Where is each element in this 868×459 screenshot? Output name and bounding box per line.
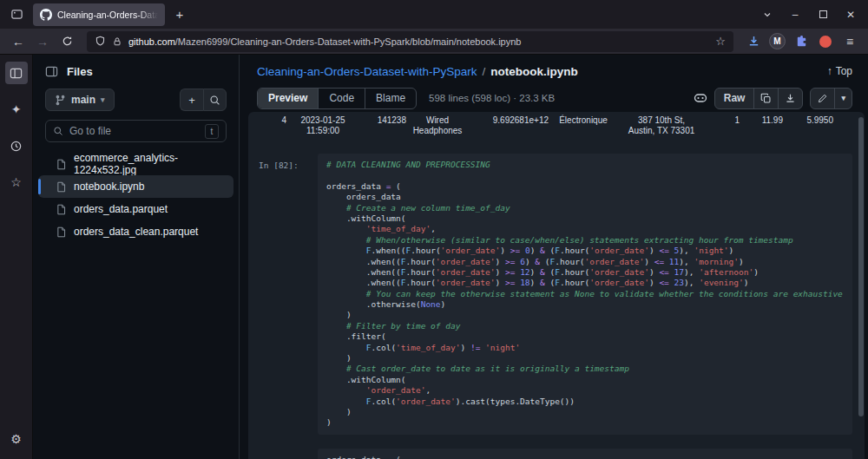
maximize-button[interactable]	[809, 2, 837, 28]
files-heading: Files	[67, 65, 93, 78]
copilot-icon[interactable]	[694, 91, 707, 105]
table-cell: Wired Headphones	[406, 115, 469, 136]
browser-window: Cleaning-an-Orders-Dataset-wi + – ✕ ← → …	[0, 0, 868, 459]
cell-prompt: In [82]:	[248, 154, 318, 435]
tab-code[interactable]: Code	[318, 89, 365, 108]
table-cell: 141238	[359, 115, 406, 136]
file-name: orders_data.parquet	[74, 203, 168, 215]
back-to-top-link[interactable]: ↑ Top	[827, 65, 852, 77]
history-clock-icon[interactable]	[5, 134, 28, 157]
ai-chat-sparkle-icon[interactable]: ✦	[5, 98, 28, 121]
table-cell: 9.692681e+12	[469, 115, 549, 136]
list-tabs-chevron-icon[interactable]	[753, 2, 781, 28]
file-toolbar: PreviewCodeBlame 598 lines (598 loc) · 2…	[240, 82, 868, 110]
file-item[interactable]: notebook.ipynb	[38, 175, 233, 198]
new-tab-button[interactable]: +	[168, 3, 191, 26]
raw-button[interactable]: Raw	[715, 89, 754, 108]
breadcrumb-repo-link[interactable]: Cleaning-an-Orders-Dataset-with-PySpark	[257, 65, 477, 78]
file-icon	[56, 181, 67, 193]
files-sidebar: Files main ▾ +	[33, 55, 240, 459]
close-button[interactable]: ✕	[837, 2, 865, 28]
add-file-button[interactable]: +	[180, 89, 203, 111]
breadcrumb-file-name: notebook.ipynb	[490, 65, 578, 78]
next-cell-prompt	[248, 449, 318, 459]
file-view: Cleaning-an-Orders-Dataset-with-PySpark …	[240, 55, 868, 459]
firefox-view-icon[interactable]	[7, 5, 26, 24]
reload-button[interactable]	[56, 31, 78, 52]
extension-puzzle-icon[interactable]	[790, 31, 812, 52]
back-button[interactable]: ←	[7, 31, 30, 52]
table-cell: 5.9950	[783, 115, 833, 136]
go-to-file-input[interactable]: Go to file t	[45, 120, 227, 142]
edit-dropdown-caret-icon[interactable]: ▾	[834, 89, 852, 108]
browser-tab[interactable]: Cleaning-an-Orders-Dataset-wi	[33, 3, 165, 26]
edit-pencil-icon[interactable]	[811, 89, 834, 108]
sidebar-toggle-icon[interactable]	[5, 62, 28, 84]
download-raw-icon[interactable]	[778, 89, 802, 108]
bookmarks-star-icon[interactable]: ☆	[5, 171, 28, 193]
notebook-preview: 42023-01-25 11:59:00141238Wired Headphon…	[248, 112, 865, 459]
forward-button[interactable]: →	[31, 31, 54, 52]
url-bar[interactable]: github.com/Mazen6999/Cleaning-an-Orders-…	[87, 31, 733, 52]
file-item[interactable]: orders_data.parquet	[38, 198, 233, 220]
file-name: notebook.ipynb	[74, 180, 144, 193]
chevron-down-icon: ▾	[101, 95, 105, 104]
file-item[interactable]: orders_data_clean.parquet	[38, 220, 233, 243]
breadcrumb: Cleaning-an-Orders-Dataset-with-PySpark …	[240, 55, 868, 82]
tab-preview[interactable]: Preview	[258, 89, 318, 108]
file-icon	[56, 204, 67, 215]
keyboard-shortcut-badge: t	[205, 124, 219, 139]
downloads-icon[interactable]	[742, 31, 765, 52]
content-area: ✦ ☆ ⚙ Files	[0, 55, 868, 459]
file-list: ecommerce_analytics-1224x532.jpgnotebook…	[33, 153, 239, 243]
file-item[interactable]: ecommerce_analytics-1224x532.jpg	[38, 153, 233, 175]
url-text: github.com/Mazen6999/Cleaning-an-Orders-…	[128, 36, 709, 47]
table-cell: 1	[705, 115, 740, 136]
file-name: orders_data_clean.parquet	[74, 226, 198, 238]
code-cell-source[interactable]: # DATA CLEANING AND PREPROCESSING orders…	[318, 154, 852, 435]
go-to-file-placeholder: Go to file	[69, 125, 199, 137]
file-icon	[56, 226, 67, 238]
table-cell: 11.99	[740, 115, 783, 136]
github-favicon-icon	[40, 9, 52, 21]
collapse-panel-icon[interactable]	[45, 65, 58, 78]
extension-red-icon[interactable]	[819, 36, 832, 48]
firefox-sidebar-strip: ✦ ☆ ⚙	[0, 55, 33, 459]
table-cell: 4	[266, 115, 286, 136]
dataframe-row: 42023-01-25 11:59:00141238Wired Headphon…	[248, 112, 865, 141]
navigation-toolbar: ← → github.com/Mazen6999/Cleaning-an-Ord…	[0, 29, 868, 55]
lock-icon[interactable]	[112, 36, 122, 47]
table-cell: Électronique	[549, 115, 618, 136]
search-files-button[interactable]	[203, 89, 227, 111]
settings-gear-icon[interactable]: ⚙	[5, 428, 28, 450]
account-avatar[interactable]: M	[769, 33, 786, 49]
table-cell: 387 10th St, Austin, TX 73301	[618, 115, 705, 136]
file-meta: 598 lines (598 loc) · 23.3 KB	[429, 93, 555, 103]
arrow-up-icon: ↑	[827, 65, 832, 77]
table-cell: 2023-01-25 11:59:00	[286, 115, 359, 136]
minimize-button[interactable]: –	[781, 2, 809, 28]
copy-icon[interactable]	[753, 89, 778, 108]
file-name: ecommerce_analytics-1224x532.jpg	[74, 152, 233, 176]
notebook-scrollbar[interactable]	[858, 117, 864, 416]
shield-icon[interactable]	[95, 36, 106, 47]
branch-selector[interactable]: main ▾	[45, 89, 115, 111]
titlebar: Cleaning-an-Orders-Dataset-wi + – ✕	[0, 0, 868, 29]
search-icon	[53, 126, 63, 136]
view-tabs: PreviewCodeBlame	[257, 88, 417, 109]
next-cell-source[interactable]: orders_data = (	[318, 449, 852, 459]
breadcrumb-separator: /	[477, 65, 491, 78]
file-icon	[56, 159, 67, 170]
bookmark-star-icon[interactable]: ☆	[715, 35, 726, 48]
github-page: Files main ▾ +	[33, 55, 868, 459]
tab-blame[interactable]: Blame	[365, 89, 416, 108]
branch-name: main	[71, 94, 95, 106]
tab-title: Cleaning-an-Orders-Dataset-wi	[57, 10, 158, 20]
menu-icon[interactable]: ≡	[838, 31, 861, 52]
branch-icon	[55, 95, 66, 106]
